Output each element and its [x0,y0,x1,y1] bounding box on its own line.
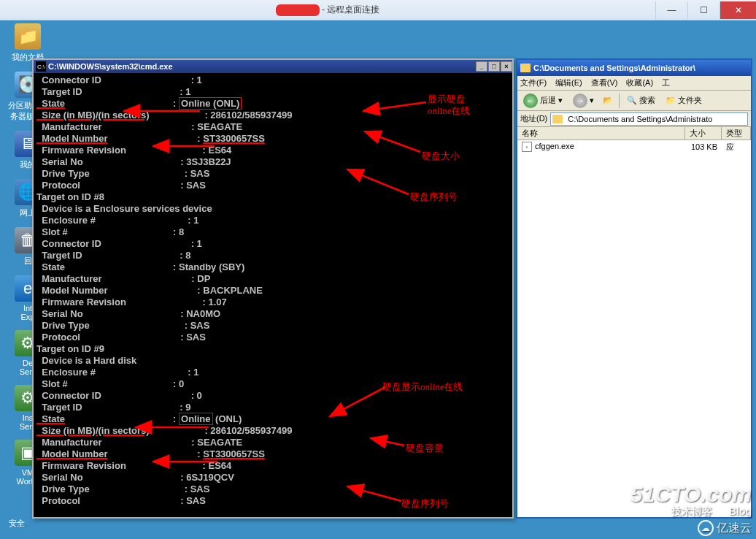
search-icon: 🔍 [627,96,637,105]
window-titlebar: - 远程桌面连接 — ☐ ✕ [0,0,756,20]
explorer-toolbar: ← 后退 ▾ → ▾ 📂 🔍 搜索 📁 文件夹 [517,91,751,111]
up-button[interactable]: 📂 [601,94,614,107]
cmd-line: Connector ID : 1 [36,74,512,86]
folder-icon [552,115,563,123]
cmd-line: Connector ID : 1 [36,238,512,250]
exe-icon: ▫ [522,142,532,152]
cmd-line: Drive Type : SAS [36,483,512,495]
folders-icon: 📁 [666,96,676,105]
cmd-line: Model Number : BACKPLANE [36,285,512,297]
forward-icon: → [573,93,587,108]
cmd-line: Target ID : 8 [36,250,512,261]
cmd-line: State : Online (ONL) [36,413,512,425]
cmd-line: Firmware Revision : 1.07 [36,297,512,308]
maximize-button[interactable]: ☐ [687,1,720,19]
back-button[interactable]: ← 后退 ▾ [520,92,566,110]
column-header[interactable]: 名称 [517,127,685,139]
search-button[interactable]: 🔍 搜索 [624,93,658,107]
cmd-minimize-button[interactable]: _ [476,61,487,72]
annotation-label: 硬盘显示online在线 [382,381,463,393]
cmd-icon: C:\ [36,61,46,72]
cmd-line: Target ID : 9 [36,402,512,413]
cmd-line: Manufacturer : DP [36,273,512,285]
menu-item[interactable]: 文件(F) [520,77,547,88]
address-input[interactable]: C:\Documents and Settings\Administrato [550,112,748,126]
cmd-line: Size (in MB)/(in sectors) : 286102/58593… [36,425,512,437]
minimize-button[interactable]: — [655,1,687,19]
cmd-line: Slot # : 8 [36,226,512,238]
window-title: - 远程桌面连接 [0,4,655,16]
cmd-line: Firmware Revision : ES64 [36,460,512,472]
dropdown-icon: ▾ [590,96,594,105]
cmd-window: C:\ C:\WINDOWS\system32\cmd.exe _ □ × Co… [32,58,514,519]
annotation-label: 显示硬盘online在线 [428,93,471,117]
censored-hostname [276,4,320,16]
watermark-sub: 技术博客 Blog [671,505,752,519]
explorer-titlebar[interactable]: C:\Documents and Settings\Administrator\ [517,60,751,76]
cmd-line: Device is a Enclosure services device [36,203,512,215]
cloud-icon: ☁ [698,520,714,536]
remote-desktop: 📁我的文档💽分区助手服务器版5.5🖥我的🌐网上🗑回eIntExp⚙DeServ⚙… [0,20,756,539]
back-icon: ← [523,93,538,108]
cmd-line: Protocol : SAS [36,180,512,191]
watermark-logo: 51CTO.com [630,482,752,507]
desktop-icon-partial[interactable]: 安全 [9,518,25,529]
folder-icon [520,64,531,72]
annotation-label: 硬盘大小 [422,150,460,162]
title-suffix: - 远程桌面连接 [322,4,379,15]
cmd-title: C:\WINDOWS\system32\cmd.exe [48,62,475,71]
cmd-line: State : Standby (SBY) [36,261,512,273]
cmd-line: Enclosure # : 1 [36,367,512,378]
cmd-line: Serial No : 6SJ19QCV [36,472,512,483]
file-row[interactable]: ▫cfggen.exe103 KB应 [517,140,751,153]
column-header[interactable]: 类型 [722,127,751,139]
cmd-line: Drive Type : SAS [36,168,512,180]
cmd-line: Target on ID #9 [36,343,512,355]
annotation-label: 硬盘序列号 [410,191,458,203]
cmd-close-button[interactable]: × [501,61,512,72]
explorer-addressbar: 地址(D) C:\Documents and Settings\Administ… [517,111,751,127]
desktop-icon[interactable]: 📁我的文档 [6,23,50,63]
cmd-line: Protocol : SAS [36,332,512,343]
cmd-line: Serial No : NA0MO [36,308,512,320]
cmd-output: Connector ID : 1 Target ID : 1 State : O… [34,73,512,517]
cmd-line: Device is a Hard disk [36,355,512,367]
app-icon: 📁 [15,23,41,50]
dropdown-icon: ▾ [558,96,563,105]
watermark-brand: ☁ 亿速云 [698,520,752,536]
address-label: 地址(D) [520,113,547,124]
close-button[interactable]: ✕ [720,1,756,19]
explorer-title: C:\Documents and Settings\Administrator\ [533,64,695,72]
forward-button[interactable]: → ▾ [570,92,597,110]
explorer-list-header: 名称大小类型 [517,127,751,140]
explorer-window: C:\Documents and Settings\Administrator\… [516,58,752,519]
folders-button[interactable]: 📁 文件夹 [663,93,705,107]
menu-item[interactable]: 收藏(A) [626,77,653,88]
explorer-menubar: 文件(F)编辑(E)查看(V)收藏(A)工 [517,76,751,91]
cmd-line: Model Number : ST3300657SS [36,133,512,145]
cmd-maximize-button[interactable]: □ [488,61,500,72]
menu-item[interactable]: 工 [662,77,670,88]
annotation-label: 硬盘序列号 [401,498,449,510]
cmd-line: Drive Type : SAS [36,320,512,332]
column-header[interactable]: 大小 [685,127,722,139]
menu-item[interactable]: 编辑(E) [555,77,582,88]
cmd-line: Enclosure # : 1 [36,215,512,226]
annotation-label: 硬盘容量 [406,443,444,454]
explorer-file-list: ▫cfggen.exe103 KB应 [517,140,751,517]
cmd-line: Manufacturer : SEAGATE [36,121,512,133]
menu-item[interactable]: 查看(V) [591,77,618,88]
cmd-titlebar[interactable]: C:\ C:\WINDOWS\system32\cmd.exe _ □ × [34,60,512,73]
